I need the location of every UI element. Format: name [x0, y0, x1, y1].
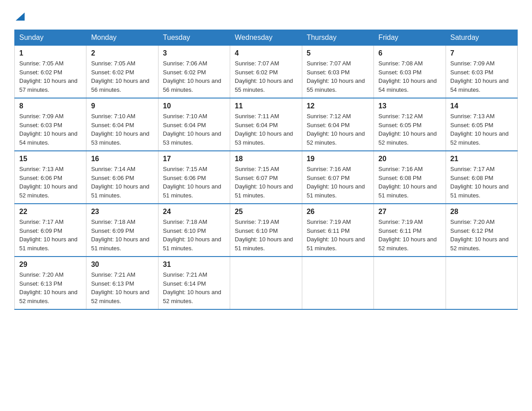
day-detail: Sunrise: 7:20 AMSunset: 6:12 PMDaylight:…: [450, 218, 513, 253]
day-detail: Sunrise: 7:19 AMSunset: 6:10 PMDaylight:…: [235, 218, 297, 253]
calendar-cell: 15Sunrise: 7:13 AMSunset: 6:06 PMDayligh…: [15, 151, 86, 204]
calendar-cell: [446, 257, 517, 309]
calendar-cell: 28Sunrise: 7:20 AMSunset: 6:12 PMDayligh…: [446, 204, 517, 257]
calendar-cell: 7Sunrise: 7:09 AMSunset: 6:03 PMDaylight…: [446, 46, 517, 98]
calendar-cell: 25Sunrise: 7:19 AMSunset: 6:10 PMDayligh…: [230, 204, 302, 257]
day-detail: Sunrise: 7:05 AMSunset: 6:02 PMDaylight:…: [19, 59, 82, 94]
column-header-thursday: Thursday: [302, 30, 373, 46]
calendar-cell: 24Sunrise: 7:18 AMSunset: 6:10 PMDayligh…: [158, 204, 230, 257]
day-detail: Sunrise: 7:12 AMSunset: 6:05 PMDaylight:…: [378, 112, 441, 147]
calendar-cell: 4Sunrise: 7:07 AMSunset: 6:02 PMDaylight…: [230, 46, 302, 98]
svg-marker-0: [16, 13, 25, 21]
day-detail: Sunrise: 7:10 AMSunset: 6:04 PMDaylight:…: [163, 112, 225, 147]
week-row-4: 22Sunrise: 7:17 AMSunset: 6:09 PMDayligh…: [15, 204, 518, 257]
calendar-cell: 26Sunrise: 7:19 AMSunset: 6:11 PMDayligh…: [302, 204, 373, 257]
calendar-cell: 13Sunrise: 7:12 AMSunset: 6:05 PMDayligh…: [374, 98, 446, 151]
day-detail: Sunrise: 7:15 AMSunset: 6:07 PMDaylight:…: [235, 165, 297, 200]
day-number: 14: [450, 102, 513, 110]
column-header-monday: Monday: [86, 30, 158, 46]
day-number: 13: [378, 102, 441, 110]
calendar-cell: 8Sunrise: 7:09 AMSunset: 6:03 PMDaylight…: [15, 98, 86, 151]
column-header-wednesday: Wednesday: [230, 30, 302, 46]
day-number: 2: [91, 49, 153, 57]
day-number: 31: [163, 261, 225, 269]
calendar-cell: 30Sunrise: 7:21 AMSunset: 6:13 PMDayligh…: [86, 257, 158, 309]
day-number: 24: [163, 208, 225, 216]
day-number: 25: [235, 208, 297, 216]
calendar-cell: 6Sunrise: 7:08 AMSunset: 6:03 PMDaylight…: [374, 46, 446, 98]
logo: [14, 11, 25, 22]
day-detail: Sunrise: 7:19 AMSunset: 6:11 PMDaylight:…: [378, 218, 441, 253]
calendar-cell: 5Sunrise: 7:07 AMSunset: 6:03 PMDaylight…: [302, 46, 373, 98]
calendar-cell: 19Sunrise: 7:16 AMSunset: 6:07 PMDayligh…: [302, 151, 373, 204]
calendar-cell: [374, 257, 446, 309]
day-detail: Sunrise: 7:21 AMSunset: 6:13 PMDaylight:…: [91, 270, 153, 305]
week-row-3: 15Sunrise: 7:13 AMSunset: 6:06 PMDayligh…: [15, 151, 518, 204]
day-number: 21: [450, 155, 513, 163]
calendar-cell: 22Sunrise: 7:17 AMSunset: 6:09 PMDayligh…: [15, 204, 86, 257]
calendar-cell: 31Sunrise: 7:21 AMSunset: 6:14 PMDayligh…: [158, 257, 230, 309]
day-detail: Sunrise: 7:09 AMSunset: 6:03 PMDaylight:…: [19, 112, 82, 147]
day-detail: Sunrise: 7:07 AMSunset: 6:03 PMDaylight:…: [307, 59, 369, 94]
day-detail: Sunrise: 7:07 AMSunset: 6:02 PMDaylight:…: [235, 59, 297, 94]
day-number: 12: [307, 102, 369, 110]
day-number: 23: [91, 208, 153, 216]
day-detail: Sunrise: 7:18 AMSunset: 6:10 PMDaylight:…: [163, 218, 225, 253]
calendar-cell: [230, 257, 302, 309]
day-number: 18: [235, 155, 297, 163]
day-detail: Sunrise: 7:05 AMSunset: 6:02 PMDaylight:…: [91, 59, 153, 94]
calendar-cell: 27Sunrise: 7:19 AMSunset: 6:11 PMDayligh…: [374, 204, 446, 257]
day-number: 27: [378, 208, 441, 216]
page-header: [14, 11, 518, 22]
column-header-saturday: Saturday: [446, 30, 517, 46]
week-row-5: 29Sunrise: 7:20 AMSunset: 6:13 PMDayligh…: [15, 257, 518, 309]
calendar-cell: 9Sunrise: 7:10 AMSunset: 6:04 PMDaylight…: [86, 98, 158, 151]
calendar-cell: 21Sunrise: 7:17 AMSunset: 6:08 PMDayligh…: [446, 151, 517, 204]
calendar-cell: 14Sunrise: 7:13 AMSunset: 6:05 PMDayligh…: [446, 98, 517, 151]
calendar-cell: [302, 257, 373, 309]
day-number: 7: [450, 49, 513, 57]
calendar-cell: 1Sunrise: 7:05 AMSunset: 6:02 PMDaylight…: [15, 46, 86, 98]
day-detail: Sunrise: 7:09 AMSunset: 6:03 PMDaylight:…: [450, 59, 513, 94]
day-detail: Sunrise: 7:20 AMSunset: 6:13 PMDaylight:…: [19, 270, 82, 305]
day-number: 30: [91, 261, 153, 269]
day-detail: Sunrise: 7:15 AMSunset: 6:06 PMDaylight:…: [163, 165, 225, 200]
day-detail: Sunrise: 7:14 AMSunset: 6:06 PMDaylight:…: [91, 165, 153, 200]
day-detail: Sunrise: 7:13 AMSunset: 6:06 PMDaylight:…: [19, 165, 82, 200]
day-number: 29: [19, 261, 82, 269]
day-number: 26: [307, 208, 369, 216]
day-detail: Sunrise: 7:10 AMSunset: 6:04 PMDaylight:…: [91, 112, 153, 147]
day-detail: Sunrise: 7:17 AMSunset: 6:08 PMDaylight:…: [450, 165, 513, 200]
day-number: 20: [378, 155, 441, 163]
calendar-cell: 2Sunrise: 7:05 AMSunset: 6:02 PMDaylight…: [86, 46, 158, 98]
day-number: 28: [450, 208, 513, 216]
day-number: 8: [19, 102, 82, 110]
day-detail: Sunrise: 7:18 AMSunset: 6:09 PMDaylight:…: [91, 218, 153, 253]
day-detail: Sunrise: 7:21 AMSunset: 6:14 PMDaylight:…: [163, 270, 225, 305]
day-detail: Sunrise: 7:11 AMSunset: 6:04 PMDaylight:…: [235, 112, 297, 147]
day-number: 6: [378, 49, 441, 57]
day-detail: Sunrise: 7:16 AMSunset: 6:08 PMDaylight:…: [378, 165, 441, 200]
day-number: 17: [163, 155, 225, 163]
day-detail: Sunrise: 7:06 AMSunset: 6:02 PMDaylight:…: [163, 59, 225, 94]
day-detail: Sunrise: 7:16 AMSunset: 6:07 PMDaylight:…: [307, 165, 369, 200]
day-detail: Sunrise: 7:12 AMSunset: 6:04 PMDaylight:…: [307, 112, 369, 147]
column-header-tuesday: Tuesday: [158, 30, 230, 46]
calendar-cell: 23Sunrise: 7:18 AMSunset: 6:09 PMDayligh…: [86, 204, 158, 257]
calendar-header-row: SundayMondayTuesdayWednesdayThursdayFrid…: [15, 30, 518, 46]
calendar-cell: 18Sunrise: 7:15 AMSunset: 6:07 PMDayligh…: [230, 151, 302, 204]
day-number: 10: [163, 102, 225, 110]
day-number: 9: [91, 102, 153, 110]
calendar-cell: 12Sunrise: 7:12 AMSunset: 6:04 PMDayligh…: [302, 98, 373, 151]
calendar-cell: 11Sunrise: 7:11 AMSunset: 6:04 PMDayligh…: [230, 98, 302, 151]
calendar-cell: 29Sunrise: 7:20 AMSunset: 6:13 PMDayligh…: [15, 257, 86, 309]
calendar-cell: 3Sunrise: 7:06 AMSunset: 6:02 PMDaylight…: [158, 46, 230, 98]
day-number: 5: [307, 49, 369, 57]
day-detail: Sunrise: 7:08 AMSunset: 6:03 PMDaylight:…: [378, 59, 441, 94]
day-number: 16: [91, 155, 153, 163]
day-detail: Sunrise: 7:13 AMSunset: 6:05 PMDaylight:…: [450, 112, 513, 147]
week-row-1: 1Sunrise: 7:05 AMSunset: 6:02 PMDaylight…: [15, 46, 518, 98]
day-number: 4: [235, 49, 297, 57]
calendar-cell: 20Sunrise: 7:16 AMSunset: 6:08 PMDayligh…: [374, 151, 446, 204]
day-number: 22: [19, 208, 82, 216]
